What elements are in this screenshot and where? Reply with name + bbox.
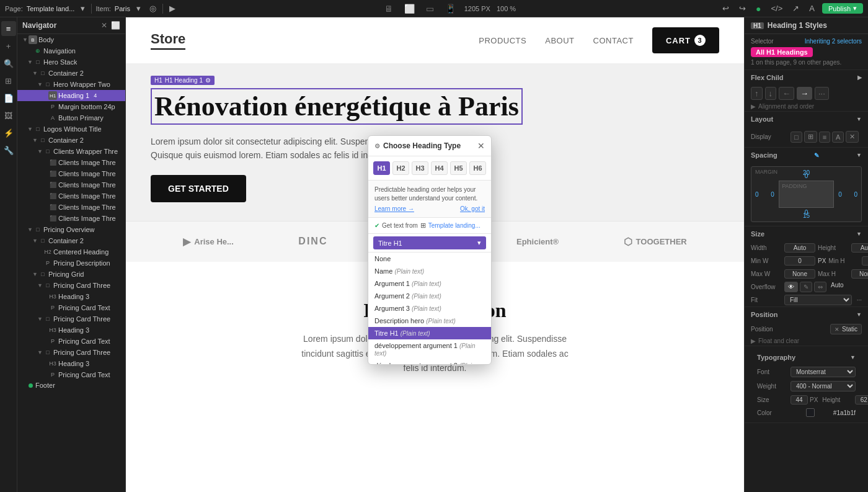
nav-item-h3-2[interactable]: H3 Heading 3 [17, 324, 125, 336]
h1-type-btn[interactable]: H1 [373, 161, 390, 175]
nav-item-centered-heading[interactable]: H2 Centered Heading [17, 246, 125, 257]
sz-left-btn[interactable]: ← [779, 87, 794, 100]
nav-item-pricing-card1[interactable]: ▼ □ Pricing Card Three [17, 280, 125, 291]
navigator-expand-btn[interactable]: ⬜ [111, 21, 120, 30]
nav-item-hero-wrapper[interactable]: ▼ □ Hero Wrapper Two [17, 79, 125, 90]
modal-close-btn[interactable]: ✕ [477, 141, 485, 151]
selector-chip[interactable]: All H1 Headings [751, 47, 813, 57]
option-dev1[interactable]: développement argument 1 (Plain text) [368, 339, 491, 359]
padding-right-val[interactable]: 0 [838, 191, 842, 198]
share-btn[interactable]: ↗ [790, 2, 802, 14]
option-name[interactable]: Name (Plain text) [368, 265, 491, 277]
h5-type-btn[interactable]: H5 [450, 161, 467, 175]
heading-1-container[interactable]: H1 H1 Heading 1 ⚙ Rénovation énergétique… [151, 88, 523, 125]
font-select[interactable]: Montserrat [790, 367, 856, 377]
sz-down-btn[interactable]: ↓ [765, 87, 777, 100]
tablet-landscape-btn[interactable]: ⬜ [402, 2, 417, 15]
overflow-visible-btn[interactable]: 👁 [784, 282, 798, 292]
nav-link-contact[interactable]: CONTACT [593, 36, 634, 45]
nav-item-pricing-card3[interactable]: ▼ □ Pricing Card Three [17, 347, 125, 358]
option-titre-h1[interactable]: Titre H1 (Plain text) [368, 327, 491, 339]
option-arg1[interactable]: Argument 1 (Plain text) [368, 277, 491, 290]
max-h-input[interactable] [851, 269, 868, 279]
option-none[interactable]: None [368, 253, 491, 265]
nav-item-pc-text2[interactable]: P Pricing Card Text [17, 336, 125, 347]
nav-item-hero-stack[interactable]: ▼ □ Hero Stack [17, 56, 125, 68]
layout-header[interactable]: Layout ▼ [745, 112, 868, 127]
undo-btn[interactable]: ↩ [720, 2, 732, 14]
item-dropdown-btn[interactable]: ▾ [134, 2, 143, 14]
nav-item-client3[interactable]: ⬛ Clients Image Thre [17, 179, 125, 190]
apps-btn[interactable]: 🔧 [1, 143, 16, 158]
nav-item-pricing-card2[interactable]: ▼ □ Pricing Card Three [17, 313, 125, 324]
nav-item-pc-text1[interactable]: P Pricing Card Text [17, 302, 125, 313]
cta-btn[interactable]: GET STARTED [151, 175, 246, 202]
preview-btn[interactable]: ▶ [167, 2, 178, 14]
spacing-header[interactable]: Spacing ✎ ▼ [745, 148, 868, 163]
nav-item-container2-pricing[interactable]: ▼ □ Container 2 [17, 235, 125, 246]
template-link[interactable]: Template landing... [428, 222, 480, 229]
add-element-btn[interactable]: + [1, 38, 16, 53]
dropdown-btn[interactable]: Titre H1 ▾ [373, 236, 486, 249]
option-arg3[interactable]: Argument 3 (Plain text) [368, 302, 491, 315]
height-input[interactable] [851, 243, 868, 253]
ai-btn[interactable]: A [807, 2, 817, 14]
margin-left-val[interactable]: 0 [755, 191, 759, 198]
nav-item-container2-logos[interactable]: ▼ □ Container 2 [17, 135, 125, 146]
grid-btn[interactable]: ⊞ [804, 131, 817, 143]
fit-more-btn[interactable]: ··· [857, 297, 862, 303]
nav-item-btn-primary[interactable]: A Button Primary [17, 112, 125, 123]
navigator-toggle-btn[interactable]: ≡ [1, 21, 16, 36]
option-arg2[interactable]: Argument 2 (Plain text) [368, 290, 491, 302]
h2-type-btn[interactable]: H2 [392, 161, 409, 175]
nav-item-body[interactable]: ▼ B Body [17, 34, 125, 45]
font-size-input[interactable] [790, 395, 808, 405]
min-h-input[interactable] [862, 256, 868, 266]
nav-item-navigation[interactable]: ⊕ Navigation [17, 45, 125, 56]
nav-item-pc-text3[interactable]: P Pricing Card Text [17, 369, 125, 380]
assets-btn[interactable]: 🖼 [1, 108, 16, 123]
nav-item-client6[interactable]: ⬛ Clients Image Thre [17, 213, 125, 224]
ok-got-it-btn[interactable]: Ok, got it [460, 205, 485, 212]
item-settings-btn[interactable]: ◎ [147, 2, 159, 14]
nav-item-client1[interactable]: ⬛ Clients Image Thre [17, 157, 125, 168]
learn-more-btn[interactable]: Learn more → [374, 205, 414, 212]
line-height-input[interactable] [855, 395, 868, 405]
padding-top-val[interactable]: 0 [805, 172, 808, 179]
desktop-view-btn[interactable]: 🖥 [382, 2, 396, 15]
nav-item-container2-hero[interactable]: ▼ □ Container 2 [17, 68, 125, 79]
min-w-input[interactable] [784, 256, 815, 266]
nav-item-h3-3[interactable]: H3 Heading 3 [17, 358, 125, 369]
typography-header[interactable]: Typography ▼ [751, 350, 862, 365]
cart-btn[interactable]: CART 3 [652, 27, 719, 53]
mobile-btn[interactable]: 📱 [443, 2, 458, 15]
overflow-scroll-btn[interactable]: ⇔ [814, 282, 826, 292]
cms-btn[interactable]: ⊞ [1, 73, 16, 88]
nav-link-products[interactable]: PRODUCTS [479, 36, 526, 45]
width-input[interactable] [784, 243, 815, 253]
heading-settings-btn[interactable]: ⚙ [205, 77, 211, 84]
padding-left-val[interactable]: 0 [771, 191, 774, 198]
fit-select[interactable]: Fill Contain Cover [784, 295, 852, 305]
overflow-pencil-btn[interactable]: ✎ [800, 282, 812, 292]
sz-up-btn[interactable]: ↑ [751, 87, 763, 100]
size-header[interactable]: Size ▼ [745, 226, 868, 241]
nav-link-about[interactable]: ABOUT [545, 36, 574, 45]
option-desc-hero[interactable]: Description hero (Plain text) [368, 315, 491, 327]
flex-child-header[interactable]: Flex Child ▶ [745, 70, 868, 85]
option-dev2[interactable]: développement argument 2 (Plain text) [368, 359, 491, 364]
inline-block-btn[interactable]: A [832, 132, 844, 143]
nav-item-client4[interactable]: ⬛ Clients Image Thre [17, 190, 125, 202]
sz-dots-btn[interactable]: ··· [815, 87, 829, 100]
page-dropdown-btn[interactable]: ▾ [78, 2, 87, 14]
color-swatch[interactable] [806, 408, 815, 417]
margin-right-val[interactable]: 0 [854, 191, 857, 198]
search-btn[interactable]: 🔍 [1, 56, 16, 71]
check-btn[interactable]: ● [753, 2, 763, 15]
nav-item-client5[interactable]: ⬛ Clients Image Thre [17, 202, 125, 213]
position-header[interactable]: Position ▼ [745, 307, 868, 322]
nav-item-logos[interactable]: ▼ □ Logos Without Title [17, 123, 125, 135]
h3-type-btn[interactable]: H3 [412, 161, 428, 175]
redo-btn[interactable]: ↪ [737, 2, 748, 14]
navigator-close-btn[interactable]: ✕ [101, 21, 107, 30]
